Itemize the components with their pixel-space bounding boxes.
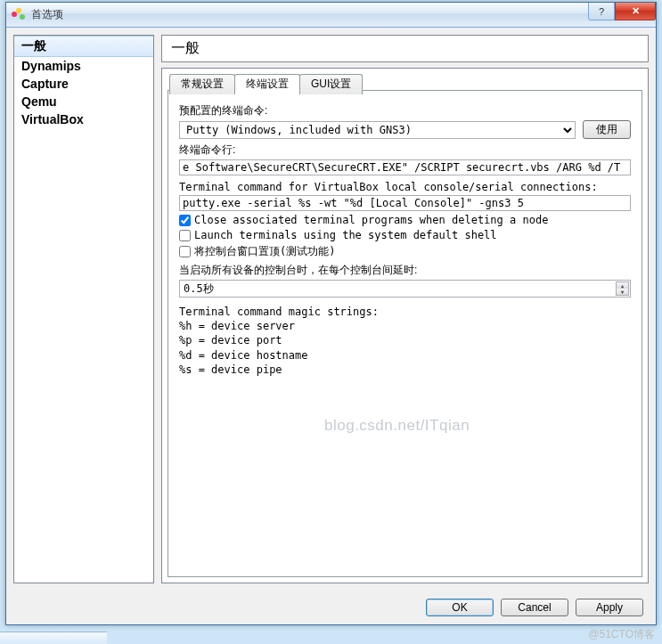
terminal-cmd-label: 终端命令行: [179, 143, 631, 158]
sidebar-item-label: Capture [21, 77, 69, 91]
delay-label: 当启动所有设备的控制台时，在每个控制台间延时: [179, 263, 631, 278]
taskbar-fragment [0, 632, 107, 644]
main-area: 一般 常规设置 终端设置 GUI设置 预配置的终端命令: Putty (Wind… [161, 35, 649, 583]
preconfigured-combo[interactable]: Putty (Windows, included with GNS3) [179, 121, 576, 139]
close-terminal-checkbox[interactable] [179, 215, 191, 226]
launch-shell-label: Launch terminals using the system defaul… [194, 229, 497, 241]
ok-button[interactable]: OK [426, 599, 494, 616]
help-heading: Terminal command magic strings: [179, 305, 631, 319]
window-title: 首选项 [31, 7, 63, 22]
sidebar-item-general[interactable]: 一般 [14, 36, 153, 57]
console-top-checkbox[interactable] [179, 246, 191, 257]
magic-strings-help: Terminal command magic strings: %h = dev… [179, 305, 631, 377]
app-icon [12, 8, 26, 22]
sidebar-item-capture[interactable]: Capture [14, 75, 153, 93]
help-line: %h = device server [179, 319, 631, 333]
help-line: %p = device port [179, 333, 631, 347]
launch-shell-checkbox[interactable] [179, 230, 191, 241]
tab-gui-settings[interactable]: GUI设置 [299, 74, 363, 94]
close-button[interactable]: ✕ [615, 3, 656, 20]
titlebar[interactable]: 首选项 ? ✕ [6, 3, 656, 28]
tab-terminal-settings[interactable]: 终端设置 [234, 74, 300, 94]
attribution-text: @51CTO博客 [588, 627, 655, 642]
vbox-cmd-input[interactable] [179, 195, 631, 211]
preconfigured-label: 预配置的终端命令: [179, 103, 631, 118]
close-terminal-label: Close associated terminal programs when … [194, 214, 548, 226]
help-button[interactable]: ? [588, 3, 615, 20]
sidebar-item-label: 一般 [21, 38, 46, 53]
spinner-down-icon[interactable]: ▼ [617, 289, 628, 295]
delay-spinner[interactable]: 0.5秒 ▲ ▼ [179, 280, 631, 298]
terminal-cmd-input[interactable] [179, 159, 631, 175]
help-line: %d = device hostname [179, 348, 631, 363]
preferences-window: 首选项 ? ✕ 一般 Dynamips Capture Qemu Virtual… [5, 2, 657, 625]
spinner-up-icon[interactable]: ▲ [617, 282, 628, 289]
sidebar-item-label: Dynamips [21, 59, 81, 73]
delay-value: 0.5秒 [184, 281, 214, 297]
sidebar-item-dynamips[interactable]: Dynamips [14, 57, 153, 75]
client-area: 一般 Dynamips Capture Qemu VirtualBox 一般 常… [6, 28, 656, 591]
help-line: %s = device pipe [179, 363, 631, 377]
use-button[interactable]: 使用 [583, 120, 631, 139]
dialog-footer: OK Cancel Apply [6, 591, 656, 624]
apply-button[interactable]: Apply [576, 599, 643, 616]
sidebar-item-label: VirtualBox [21, 112, 84, 126]
section-title: 一般 [161, 35, 649, 62]
watermark: blog.csdn.net/ITqian [324, 417, 470, 435]
sidebar-item-qemu[interactable]: Qemu [14, 93, 153, 110]
tab-general-settings[interactable]: 常规设置 [169, 74, 235, 94]
sidebar: 一般 Dynamips Capture Qemu VirtualBox [13, 35, 154, 583]
cancel-button[interactable]: Cancel [501, 599, 568, 616]
sidebar-item-label: Qemu [21, 94, 57, 109]
console-top-label: 将控制台窗口置顶(测试功能) [194, 244, 335, 259]
spinner-buttons[interactable]: ▲ ▼ [616, 281, 629, 296]
sidebar-item-virtualbox[interactable]: VirtualBox [14, 110, 153, 128]
tabs: 常规设置 终端设置 GUI设置 [169, 74, 655, 94]
vbox-cmd-label: Terminal command for VirtualBox local co… [179, 181, 631, 193]
tab-panel-terminal: 预配置的终端命令: Putty (Windows, included with … [168, 90, 642, 577]
content-panel: 常规设置 终端设置 GUI设置 预配置的终端命令: Putty (Windows… [161, 68, 649, 583]
